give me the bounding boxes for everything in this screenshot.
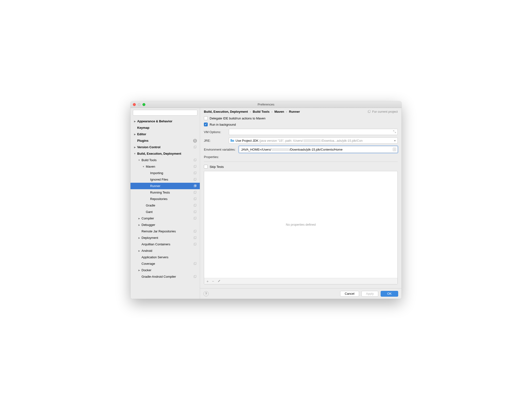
tree-item-label: Repositories xyxy=(150,197,167,201)
ok-button[interactable]: OK xyxy=(381,291,398,297)
run-background-checkbox-row[interactable]: Run in background xyxy=(204,122,398,126)
svg-rect-21 xyxy=(194,210,196,212)
project-scope-icon xyxy=(194,178,198,181)
tree-item-label: Coverage xyxy=(141,262,155,266)
tree-item[interactable]: ▼Maven xyxy=(131,163,200,170)
tree-item[interactable]: Gradle-Android Compiler xyxy=(131,273,200,280)
edit-button[interactable] xyxy=(218,279,221,283)
tree-item[interactable]: ▼Build Tools xyxy=(131,157,200,163)
settings-tree[interactable]: ▶Appearance & BehaviorKeymap▶EditorPlugi… xyxy=(131,118,200,299)
crumb-0[interactable]: Build, Execution, Deployment xyxy=(204,110,248,114)
folder-icon xyxy=(230,139,234,142)
env-vars-input[interactable]: JAVA_HOME=/Users//Downloads/jdk-15.jdk/C… xyxy=(239,146,398,153)
remove-button[interactable]: − xyxy=(212,279,214,283)
crumb-3[interactable]: Runner xyxy=(289,110,300,114)
tree-item[interactable]: Coverage xyxy=(131,260,200,267)
svg-rect-35 xyxy=(368,110,370,112)
tree-item[interactable]: ▶Appearance & Behavior xyxy=(131,118,200,124)
tree-item[interactable]: ▶Android xyxy=(131,248,200,254)
project-scope-label: For current project xyxy=(368,110,398,114)
tree-item[interactable]: Application Servers xyxy=(131,254,200,260)
project-scope-icon xyxy=(194,275,198,279)
chevron-right-icon[interactable]: ▶ xyxy=(138,250,140,252)
vm-options-label: VM Options: xyxy=(204,130,226,134)
chevron-right-icon[interactable]: ▶ xyxy=(133,133,136,135)
tree-item[interactable]: Importing xyxy=(131,170,200,176)
help-button[interactable]: ? xyxy=(203,291,209,296)
jre-dropdown[interactable]: Use Project JDK (java version "15", path… xyxy=(229,137,398,144)
chevron-right-icon[interactable]: ▶ xyxy=(133,120,136,122)
tree-item[interactable]: ▶Docker xyxy=(131,267,200,273)
tree-item[interactable]: Gant xyxy=(131,209,200,215)
skip-tests-checkbox-row[interactable]: Skip Tests xyxy=(204,165,398,169)
tree-item[interactable]: Runner xyxy=(131,183,200,189)
tree-item-label: Maven xyxy=(146,165,155,168)
checkbox-icon[interactable] xyxy=(204,165,208,169)
chevron-down-icon: ▼ xyxy=(394,140,396,142)
delegate-checkbox-row[interactable]: Delegate IDE build/run actions to Maven xyxy=(204,116,398,120)
crumb-1[interactable]: Build Tools xyxy=(253,110,270,114)
tree-item[interactable]: Ignored Files xyxy=(131,176,200,183)
svg-rect-13 xyxy=(194,184,196,186)
redacted-text xyxy=(272,148,289,151)
chevron-down-icon[interactable]: ▼ xyxy=(138,159,140,161)
chevron-right-icon[interactable]: ▶ xyxy=(133,146,136,148)
checkbox-icon[interactable] xyxy=(204,116,208,120)
project-scope-icon xyxy=(194,210,198,214)
tree-item[interactable]: ▼Build, Execution, Deployment xyxy=(131,150,200,157)
delegate-label: Delegate IDE build/run actions to Maven xyxy=(210,117,266,120)
chevron-right-icon[interactable]: ▶ xyxy=(138,269,140,272)
tree-item-label: Editor xyxy=(137,132,146,136)
tree-item[interactable]: Running Tests xyxy=(131,189,200,196)
chevron-down-icon[interactable]: ▼ xyxy=(133,152,136,155)
tree-item[interactable]: Keymap xyxy=(131,124,200,131)
tree-item[interactable]: ▶Deployment xyxy=(131,235,200,241)
tree-item-label: Version Control xyxy=(137,145,160,149)
tree-item-label: Arquillian Containers xyxy=(141,242,170,246)
tree-item[interactable]: Remote Jar Repositories xyxy=(131,228,200,235)
breadcrumb: Build, Execution, Deployment › Build Too… xyxy=(200,108,401,116)
tree-item[interactable]: ▶Version Control xyxy=(131,144,200,150)
list-icon[interactable] xyxy=(393,148,396,152)
cancel-button[interactable]: Cancel xyxy=(340,291,359,297)
tree-item[interactable]: Plugins1 xyxy=(131,137,200,144)
tree-item[interactable]: Arquillian Containers xyxy=(131,241,200,248)
dialog-footer: ? Cancel Apply OK xyxy=(200,288,401,299)
tree-item[interactable]: ▶Compiler xyxy=(131,215,200,222)
chevron-right-icon[interactable]: ▶ xyxy=(138,217,140,220)
project-scope-icon xyxy=(194,236,198,240)
expand-icon[interactable] xyxy=(393,130,396,133)
tree-item-label: Android xyxy=(141,249,152,253)
crumb-2[interactable]: Maven xyxy=(274,110,284,114)
chevron-right-icon[interactable]: ▶ xyxy=(138,237,140,239)
svg-rect-27 xyxy=(194,236,196,238)
stack-icon xyxy=(368,110,371,113)
project-scope-icon xyxy=(194,243,198,246)
add-button[interactable]: + xyxy=(207,279,209,283)
tree-item-label: Importing xyxy=(150,171,163,175)
tree-item[interactable]: ▶Editor xyxy=(131,131,200,137)
chevron-right-icon[interactable]: ▶ xyxy=(138,224,140,226)
jre-value: Use Project JDK (java version "15", path… xyxy=(235,139,393,142)
apply-button[interactable]: Apply xyxy=(361,291,379,297)
search-input[interactable] xyxy=(133,110,197,116)
titlebar: Preferences xyxy=(131,101,401,108)
env-vars-value: JAVA_HOME=/Users//Downloads/jdk-15.jdk/C… xyxy=(241,148,342,151)
project-scope-icon xyxy=(194,204,198,207)
svg-rect-29 xyxy=(194,243,196,245)
divider xyxy=(204,162,398,162)
project-scope-icon xyxy=(194,165,198,168)
tree-item-label: Build Tools xyxy=(141,158,157,162)
checkbox-checked-icon[interactable] xyxy=(204,122,208,126)
tree-item[interactable]: ▶Debugger xyxy=(131,222,200,228)
project-scope-icon xyxy=(194,262,198,266)
svg-rect-7 xyxy=(194,165,196,167)
tree-item-label: Application Servers xyxy=(141,255,168,259)
vm-options-input[interactable] xyxy=(229,129,398,135)
svg-rect-3 xyxy=(194,146,196,147)
chevron-down-icon[interactable]: ▼ xyxy=(142,165,145,168)
project-scope-icon xyxy=(194,217,198,220)
tree-item[interactable]: Repositories xyxy=(131,196,200,202)
tree-item-label: Build, Execution, Deployment xyxy=(137,152,181,155)
tree-item[interactable]: Gradle xyxy=(131,202,200,209)
